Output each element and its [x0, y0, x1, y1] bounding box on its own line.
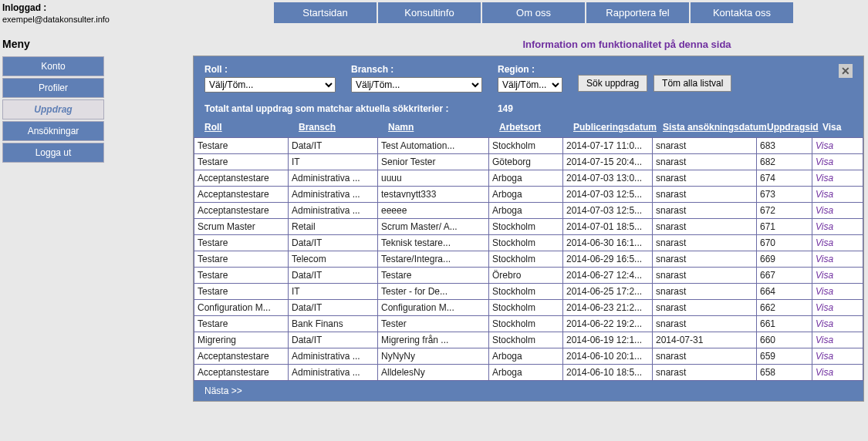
cell-arbetsort: Arboga	[488, 170, 562, 186]
visa-link[interactable]: Visa	[816, 302, 833, 313]
cell-id: 662	[756, 300, 812, 315]
close-icon[interactable]: ✕	[839, 64, 853, 78]
header-sista[interactable]: Sista ansökningsdatum	[663, 122, 767, 133]
page-info-link[interactable]: Information om funktionalitet på denna s…	[386, 39, 868, 50]
cell-visa[interactable]: Visa	[812, 170, 841, 186]
header-pub[interactable]: Publiceringsdatum	[573, 122, 663, 133]
cell-namn: Configuration M...	[377, 300, 488, 315]
cell-bransch: Retail	[288, 219, 377, 234]
cell-arbetsort: Örebro	[488, 268, 562, 283]
cell-bransch: Data/IT	[288, 138, 377, 153]
cell-pub: 2014-06-29 16:5...	[562, 251, 652, 267]
cell-visa[interactable]: Visa	[812, 348, 841, 364]
visa-link[interactable]: Visa	[816, 157, 833, 167]
cell-visa[interactable]: Visa	[812, 203, 841, 218]
cell-sista: snarast	[652, 268, 756, 283]
top-nav-item-4[interactable]: Kontakta oss	[691, 2, 793, 23]
header-namn[interactable]: Namn	[388, 122, 499, 133]
cell-visa[interactable]: Visa	[812, 365, 841, 380]
next-link[interactable]: Nästa >>	[194, 381, 863, 401]
top-nav-item-2[interactable]: Om oss	[482, 2, 585, 23]
top-nav-item-3[interactable]: Rapportera fel	[586, 2, 689, 23]
table-row: AcceptanstestareAdministrativa ...testav…	[194, 187, 863, 203]
cell-arbetsort: Arboga	[488, 203, 562, 218]
cell-sista: snarast	[652, 348, 756, 364]
visa-link[interactable]: Visa	[816, 254, 833, 264]
cell-sista: snarast	[652, 203, 756, 218]
table-row: AcceptanstestareAdministrativa ...uuuuAr…	[194, 170, 863, 187]
cell-sista: snarast	[652, 154, 756, 170]
filter-bransch: Bransch : Välj/Töm...	[351, 64, 482, 93]
cell-visa[interactable]: Visa	[812, 284, 841, 299]
filter-bransch-select[interactable]: Välj/Töm...	[351, 77, 482, 93]
cell-visa[interactable]: Visa	[812, 138, 841, 153]
table-row: AcceptanstestareAdministrativa ...NyNyNy…	[194, 348, 863, 365]
cell-namn: testavnytt333	[377, 187, 488, 202]
table-body: TestareData/ITTest Automation...Stockhol…	[194, 137, 863, 381]
cell-visa[interactable]: Visa	[812, 316, 841, 332]
side-menu-item-konto[interactable]: Konto	[2, 56, 104, 76]
visa-link[interactable]: Visa	[816, 221, 833, 232]
cell-bransch: IT	[288, 154, 377, 170]
filter-region-select[interactable]: Välj/Töm...	[498, 77, 562, 93]
visa-link[interactable]: Visa	[816, 351, 833, 362]
header-roll[interactable]: Roll	[204, 122, 299, 133]
header-bransch[interactable]: Bransch	[299, 122, 388, 133]
visa-link[interactable]: Visa	[816, 173, 833, 183]
visa-link[interactable]: Visa	[816, 205, 833, 216]
cell-sista: snarast	[652, 219, 756, 234]
cell-pub: 2014-07-03 12:5...	[562, 203, 652, 218]
top-nav-item-0[interactable]: Startsidan	[274, 2, 377, 23]
cell-visa[interactable]: Visa	[812, 235, 841, 251]
visa-link[interactable]: Visa	[816, 189, 833, 200]
cell-bransch: Administrativa ...	[288, 365, 377, 380]
cell-sista: snarast	[652, 316, 756, 332]
cell-pub: 2014-07-03 12:5...	[562, 187, 652, 202]
cell-visa[interactable]: Visa	[812, 187, 841, 202]
cell-id: 664	[756, 284, 812, 299]
cell-roll: Testare	[194, 251, 288, 267]
visa-link[interactable]: Visa	[816, 367, 833, 378]
visa-link[interactable]: Visa	[816, 237, 833, 248]
meny-heading: Meny	[2, 38, 116, 50]
filter-roll-select[interactable]: Välj/Töm...	[204, 77, 336, 93]
cell-arbetsort: Arboga	[488, 348, 562, 364]
header-id[interactable]: Uppdragsid	[767, 122, 822, 133]
cell-visa[interactable]: Visa	[812, 268, 841, 283]
cell-id: 683	[756, 138, 812, 153]
header-arbetsort[interactable]: Arbetsort	[499, 122, 573, 133]
summary-label: Totalt antal uppdrag som matchar aktuell…	[204, 103, 449, 114]
side-menu-item-logga-ut[interactable]: Logga ut	[2, 143, 104, 163]
cell-bransch: Telecom	[288, 251, 377, 267]
cell-visa[interactable]: Visa	[812, 332, 841, 348]
cell-arbetsort: Stockholm	[488, 251, 562, 267]
clear-button[interactable]: Töm alla listval	[654, 75, 731, 92]
cell-roll: Testare	[194, 154, 288, 170]
visa-link[interactable]: Visa	[816, 270, 833, 281]
visa-link[interactable]: Visa	[816, 140, 833, 151]
cell-visa[interactable]: Visa	[812, 219, 841, 234]
main-panel: Roll : Välj/Töm... Bransch : Välj/Töm...…	[193, 56, 864, 402]
side-menu-item-ansökningar[interactable]: Ansökningar	[2, 121, 104, 141]
cell-visa[interactable]: Visa	[812, 251, 841, 267]
visa-link[interactable]: Visa	[816, 286, 833, 297]
cell-namn: Testare/Integra...	[377, 251, 488, 267]
cell-visa[interactable]: Visa	[812, 300, 841, 315]
cell-roll: Testare	[194, 284, 288, 299]
table-row: Configuration M...Data/ITConfiguration M…	[194, 300, 863, 316]
side-menu-item-uppdrag[interactable]: Uppdrag	[2, 99, 104, 120]
side-menu-item-profiler[interactable]: Profiler	[2, 78, 104, 98]
visa-link[interactable]: Visa	[816, 318, 833, 329]
cell-sista: snarast	[652, 138, 756, 153]
cell-roll: Acceptanstestare	[194, 348, 288, 364]
summary-row: Totalt antal uppdrag som matchar aktuell…	[194, 97, 863, 119]
cell-arbetsort: Arboga	[488, 365, 562, 380]
visa-link[interactable]: Visa	[816, 335, 833, 345]
cell-visa[interactable]: Visa	[812, 154, 841, 170]
search-button[interactable]: Sök uppdrag	[578, 75, 647, 92]
top-nav-item-1[interactable]: Konsultinfo	[378, 2, 481, 23]
filter-roll: Roll : Välj/Töm...	[204, 64, 336, 93]
top-nav: StartsidanKonsultinfoOm ossRapportera fe…	[274, 0, 868, 23]
cell-roll: Migrering	[194, 332, 288, 348]
table-row: AcceptanstestareAdministrativa ...Alldel…	[194, 365, 863, 381]
